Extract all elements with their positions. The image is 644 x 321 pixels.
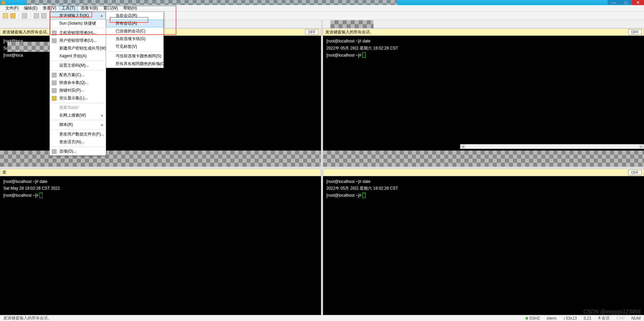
- terminal[interactable]: [root@localhost ~]# date 2022年 05月 28日 星…: [323, 176, 644, 315]
- submenu-connected[interactable]: 已连接的会话(C): [106, 27, 163, 35]
- term-line: [root@localhost ~]#: [326, 193, 362, 198]
- menu-color-scheme[interactable]: 配色方案(C)...: [50, 71, 106, 79]
- minimize-button[interactable]: —: [608, 0, 620, 5]
- tb-icon[interactable]: [34, 13, 39, 19]
- cursor: [362, 193, 365, 198]
- keyboard-icon: [52, 88, 57, 93]
- menu-label: 与当前选项卡颜色相同(S): [116, 53, 161, 59]
- menu-label: 更改语言(N)...: [59, 139, 85, 145]
- tools-dropdown: 发送键输入到(K) Sun (Solaris) 快捷键 主机密钥管理者(H)..…: [50, 11, 106, 156]
- separator: [30, 13, 31, 19]
- tb-open-icon[interactable]: [10, 13, 15, 19]
- menu-label: 所有具有相同颜色的标签(O): [116, 61, 166, 67]
- off-button[interactable]: OFF: [628, 29, 642, 35]
- menu-script[interactable]: 脚本(R): [50, 121, 106, 129]
- separator: [51, 147, 104, 147]
- send-key-submenu: 当前会话(R) 所有会话(A) 已连接的会话(C) 当前选项卡组(G) 可见标签…: [106, 11, 164, 68]
- submenu-visible-tabs[interactable]: 可见标签(V): [106, 43, 163, 51]
- menu-file[interactable]: 文件(F): [3, 5, 21, 12]
- menu-new-user-key-wizard[interactable]: 新建用户密钥生成向导(W)...: [50, 44, 106, 52]
- separator: [19, 13, 19, 19]
- scrollbar-horizontal[interactable]: ◂ ▸: [460, 144, 644, 149]
- menu-label: Sun (Solaris) 快捷键: [59, 21, 96, 26]
- palette-icon: [52, 73, 57, 77]
- terminal[interactable]: [root@localhost ~]# date 2022年 05月 28日 星…: [323, 36, 644, 151]
- off-button[interactable]: OFF: [628, 170, 642, 175]
- menu-label: 搜索'Baidu': [59, 105, 79, 110]
- submenu-current-tab-group[interactable]: 当前选项卡组(G): [106, 35, 163, 43]
- broadcast-label: 发: [2, 169, 6, 175]
- user-key-icon: [52, 38, 57, 43]
- cursor: [362, 52, 365, 58]
- submenu-current[interactable]: 当前会话(R): [106, 12, 163, 20]
- menu-window[interactable]: 窗口(W): [101, 5, 121, 12]
- scroll-left-icon[interactable]: ◂: [460, 145, 465, 149]
- menu-change-lang[interactable]: 更改语言(N)...: [50, 138, 106, 146]
- status-ssh: SSH2: [525, 316, 540, 321]
- menu-tabs[interactable]: 选项卡(B): [78, 5, 101, 12]
- cursor: [39, 193, 42, 198]
- status-size: ⟟ 53x13: [564, 316, 577, 321]
- menu-key-map[interactable]: 按键对应(P)...: [50, 87, 106, 94]
- broadcast-label: 发送键盘输入的所有会话。: [2, 29, 51, 35]
- menu-change-user-data[interactable]: 更改用户数据文件夹(F)...: [50, 130, 106, 138]
- broadcast-bar: OFF: [323, 169, 644, 176]
- menu-quick-cmd[interactable]: 快速命令集(Q)...: [50, 79, 106, 87]
- menu-sun-solaris[interactable]: Sun (Solaris) 快捷键: [50, 20, 106, 27]
- status-num: NUM: [632, 316, 641, 321]
- pane-tab-bar: [323, 20, 644, 28]
- menu-xagent-start[interactable]: Xagent 开始(A): [50, 52, 106, 60]
- menu-label: 用户密钥管理者(U)...: [59, 38, 97, 43]
- terminal[interactable]: [root@localhost ~]# date Sat May 28 18:0…: [0, 176, 321, 315]
- key-icon: [52, 31, 57, 35]
- menubar: 文件(F) 编辑(E) 查看(V) 工具(T) 选项卡(B) 窗口(W) 帮助(…: [0, 5, 644, 12]
- separator: [51, 120, 104, 120]
- menu-options[interactable]: 选项(O)...: [50, 148, 106, 155]
- tb-new-icon[interactable]: [3, 13, 8, 19]
- menu-highlight[interactable]: 突出显示集(L)...: [50, 94, 106, 102]
- menu-label: 发送键输入到(K): [59, 13, 89, 19]
- pane-bottom-left: 发 [root@localhost ~]# date Sat May 28 18…: [0, 169, 321, 315]
- tb-icon[interactable]: [41, 13, 46, 19]
- menu-label: 新建用户密钥生成向导(W)...: [59, 45, 109, 51]
- menu-user-key-mgr[interactable]: 用户密钥管理者(U)...: [50, 37, 106, 44]
- menu-web-search[interactable]: 在网上搜索(W): [50, 111, 106, 119]
- separator: [51, 28, 104, 28]
- term-line: [root@localhost ~]#: [326, 53, 362, 58]
- statusbar: 发送键盘输入的所有会话。 SSH2 xterm ⟟ 53x13 3,21 4 会…: [0, 315, 644, 321]
- menu-label: 设置主密码(M)...: [59, 63, 89, 68]
- pixelated-region: [323, 151, 644, 167]
- submenu-all[interactable]: 所有会话(A): [106, 20, 163, 27]
- status-caps: CAP: [616, 316, 625, 321]
- scroll-right-icon[interactable]: ▸: [639, 145, 644, 149]
- term-line: [root@loca: [3, 53, 23, 58]
- term-line: [root@localhost ~]# date: [3, 179, 47, 184]
- term-line: 2022年 05月 28日 星期六 18:02:28 CST: [326, 46, 398, 51]
- submenu-same-color-label[interactable]: 所有具有相同颜色的标签(O): [106, 60, 163, 68]
- splitter-horizontal[interactable]: [0, 167, 644, 169]
- broadcast-bar: 发送键盘输入的所有会话。 OFF: [323, 28, 644, 36]
- term-line: [root@localhost ~]# date: [326, 179, 371, 184]
- menu-help[interactable]: 帮助(H): [121, 5, 140, 12]
- status-pos: 3,21: [584, 316, 591, 321]
- status-sessions: 4 会话: [598, 315, 610, 321]
- menu-label: 突出显示集(L)...: [59, 95, 88, 101]
- maximize-button[interactable]: □: [620, 0, 632, 5]
- menu-tools[interactable]: 工具(T): [59, 5, 77, 12]
- menu-edit[interactable]: 编辑(E): [21, 5, 40, 12]
- menu-set-master-pw[interactable]: 设置主密码(M)...: [50, 62, 106, 69]
- broadcast-label: 发送键盘输入的所有会话。: [325, 29, 374, 35]
- submenu-same-color-tab[interactable]: 与当前选项卡颜色相同(S): [106, 52, 163, 60]
- menu-view[interactable]: 查看(V): [40, 5, 59, 12]
- close-button[interactable]: ✕: [632, 0, 644, 5]
- broadcast-bar: 发: [0, 169, 321, 176]
- status-dot-icon: [525, 317, 528, 320]
- tb-icon[interactable]: [22, 13, 27, 19]
- menu-send-key-to[interactable]: 发送键输入到(K): [50, 12, 106, 20]
- off-button[interactable]: OFF: [305, 29, 319, 35]
- menu-label: 当前会话(R): [116, 13, 137, 19]
- term-line: [root@localhost ~]#: [3, 193, 39, 198]
- pixelated-region: [27, 0, 397, 5]
- app-icon: [1, 1, 5, 5]
- menu-host-key-mgr[interactable]: 主机密钥管理者(H)...: [50, 29, 106, 37]
